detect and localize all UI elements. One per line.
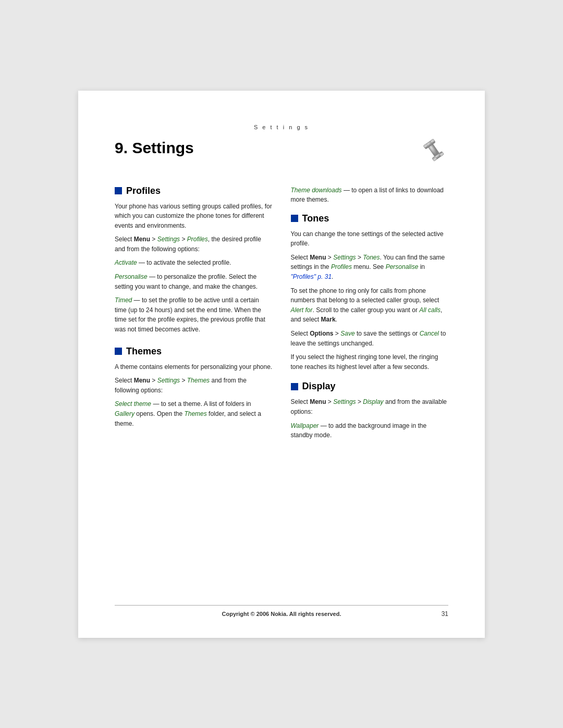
personalise-option: Personalise — to personalize the profile… — [115, 272, 273, 291]
cancel-label: Cancel — [420, 330, 439, 337]
select-theme-option: Select theme — to set a theme. A list of… — [115, 399, 273, 428]
profiles-title: Profiles — [126, 186, 161, 196]
timed-option: Timed — to set the profile to be active … — [115, 295, 273, 334]
themes-title: Themes — [126, 346, 162, 357]
display-instruction: Select Menu > Settings > Display and fro… — [291, 397, 449, 416]
tones-title: Tones — [302, 213, 329, 224]
page-header: S e t t i n g s — [115, 122, 448, 131]
tones-icon — [291, 215, 298, 222]
settings-icon — [420, 137, 448, 167]
left-column: Profiles Your phone has various setting … — [115, 186, 273, 445]
tones-section-heading: Tones — [291, 213, 449, 224]
themes-icon — [115, 348, 122, 355]
alert-for-label: Alert for — [291, 306, 313, 314]
right-column: Theme downloads — to open a list of link… — [291, 186, 449, 445]
themes-instruction: Select Menu > Settings > Themes and from… — [115, 376, 273, 395]
chapter-heading: 9. Settings — [115, 139, 194, 157]
profiles-icon — [115, 187, 122, 194]
theme-downloads-label: Theme downloads — [291, 187, 342, 194]
tones-italic: Tones — [363, 254, 380, 261]
gallery-label: Gallery — [115, 410, 134, 417]
tones-final: If you select the highest ringing tone l… — [291, 352, 449, 372]
themes-italic: Themes — [187, 377, 210, 384]
title-icon-row: 9. Settings — [115, 137, 448, 172]
themes-folder-label: Themes — [184, 410, 206, 417]
menu-bold-3: Menu — [310, 254, 326, 261]
settings-italic-4: Settings — [333, 398, 356, 405]
mark-bold: Mark — [321, 316, 336, 323]
display-section-heading: Display — [291, 381, 449, 392]
profiles-link: "Profiles" p. 31 — [291, 273, 332, 280]
options-bold: Options — [310, 330, 333, 337]
personalise-label: Personalise — [115, 273, 148, 280]
theme-downloads-option: Theme downloads — to open a list of link… — [291, 186, 449, 205]
footer-copyright: Copyright © 2006 Nokia. All rights reser… — [222, 611, 341, 617]
page-number: 31 — [442, 610, 448, 618]
settings-italic-1: Settings — [157, 236, 180, 243]
profiles-section-heading: Profiles — [115, 186, 273, 196]
settings-italic-3: Settings — [333, 254, 356, 261]
display-italic: Display — [363, 398, 383, 405]
tones-instruction2: To set the phone to ring only for calls … — [291, 286, 449, 325]
wallpaper-option: Wallpaper — to add the background image … — [291, 421, 449, 440]
display-icon — [291, 383, 298, 390]
themes-intro: A theme contains elements for personaliz… — [115, 362, 273, 372]
all-calls-label: All calls — [419, 306, 440, 314]
activate-label: Activate — [115, 259, 137, 266]
tones-save-instruction: Select Options > Save to save the settin… — [291, 329, 449, 348]
wallpaper-label: Wallpaper — [291, 422, 319, 429]
settings-italic-2: Settings — [157, 377, 180, 384]
display-title: Display — [302, 381, 336, 392]
tones-instruction1: Select Menu > Settings > Tones. You can … — [291, 253, 449, 282]
menu-bold-1: Menu — [134, 236, 150, 243]
page: S e t t i n g s 9. Settings — [78, 91, 485, 638]
themes-section-heading: Themes — [115, 346, 273, 357]
page-footer: Copyright © 2006 Nokia. All rights reser… — [115, 605, 448, 617]
select-theme-label: Select theme — [115, 400, 151, 408]
personalise-italic-2: Personalise — [386, 263, 419, 270]
content-columns: Profiles Your phone has various setting … — [115, 186, 448, 445]
profiles-menu-italic: Profiles — [331, 263, 352, 270]
profiles-intro: Your phone has various setting groups ca… — [115, 202, 273, 231]
profiles-instruction1: Select Menu > Settings > Profiles, the d… — [115, 235, 273, 254]
tones-intro: You can change the tone settings of the … — [291, 229, 449, 249]
menu-bold-2: Menu — [134, 377, 150, 384]
activate-option: Activate — to activate the selected prof… — [115, 258, 273, 268]
timed-label: Timed — [115, 297, 132, 304]
save-label: Save — [340, 330, 354, 337]
header-title: S e t t i n g s — [254, 124, 309, 130]
menu-bold-4: Menu — [310, 398, 326, 405]
profiles-italic-1: Profiles — [187, 236, 208, 243]
